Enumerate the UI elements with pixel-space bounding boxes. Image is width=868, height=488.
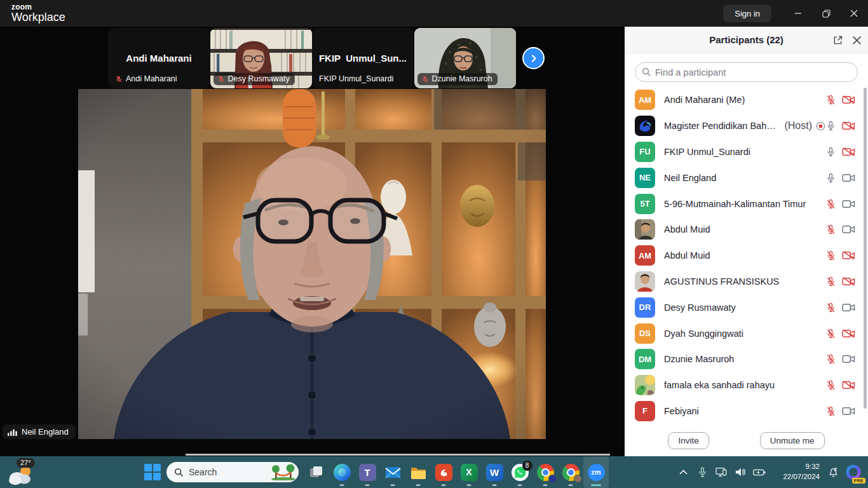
participant-name: Dyah Sunggingwati bbox=[664, 329, 743, 339]
participant-row[interactable]: Abdul Muid bbox=[625, 217, 868, 243]
chrome-profile-badge bbox=[574, 475, 582, 483]
participant-row[interactable]: Magister Pendidikan Bahasa In...(Host) bbox=[625, 113, 868, 139]
participant-row[interactable]: famala eka sanhadi rahayu bbox=[625, 372, 868, 398]
zoom-app-button[interactable]: zm bbox=[583, 456, 609, 488]
participant-row[interactable]: DMDzunie Masruroh bbox=[625, 346, 868, 372]
muted-mic-icon bbox=[825, 405, 836, 417]
tray-battery-button[interactable] bbox=[750, 456, 769, 488]
start-button[interactable] bbox=[144, 463, 161, 481]
tray-volume-button[interactable] bbox=[731, 456, 750, 488]
taskbar-weather-widget[interactable]: 27° bbox=[5, 458, 41, 487]
bing-daily-image bbox=[271, 464, 296, 480]
participant-row[interactable]: FUFKIP Unmul_Sunardi bbox=[625, 139, 868, 165]
muted-mic-icon bbox=[825, 94, 836, 105]
chrome-profile1-button[interactable] bbox=[532, 456, 558, 488]
close-window-button[interactable] bbox=[840, 0, 868, 27]
main-speaker-video[interactable] bbox=[78, 89, 546, 439]
chrome-icon bbox=[562, 464, 580, 481]
muted-mic-icon bbox=[825, 302, 836, 313]
next-participants-page-button[interactable] bbox=[522, 47, 545, 69]
active-speaker-name-tag: Neil England bbox=[3, 424, 76, 439]
word-button[interactable]: W bbox=[482, 456, 507, 488]
unmute-me-button[interactable]: Unmute me bbox=[760, 432, 825, 449]
clock-time: 9:32 bbox=[774, 462, 820, 472]
invite-button[interactable]: Invite bbox=[668, 432, 709, 449]
participant-initials-avatar: FU bbox=[635, 142, 655, 162]
chrome-profile2-button[interactable] bbox=[558, 456, 583, 488]
video-tile-desy-rusmawaty[interactable]: Desy Rusmawaty bbox=[210, 28, 312, 88]
participant-name: Desy Rusmawaty bbox=[664, 302, 736, 313]
video-off-icon bbox=[842, 380, 855, 390]
file-explorer-button[interactable] bbox=[405, 456, 431, 488]
participant-row[interactable]: 5T5-96-Mutmainah-Kalimantan Timur bbox=[625, 191, 868, 217]
teams-button[interactable]: T bbox=[355, 456, 380, 488]
tray-chevron-button[interactable] bbox=[674, 456, 693, 488]
task-view-button[interactable] bbox=[304, 456, 329, 488]
temperature-badge: 27° bbox=[17, 458, 35, 468]
participant-av-status bbox=[825, 198, 855, 210]
participant-initials-avatar: F bbox=[635, 401, 655, 421]
minimize-icon bbox=[794, 10, 802, 17]
mail-button[interactable] bbox=[380, 456, 405, 488]
video-off-icon bbox=[842, 329, 855, 339]
video-tile-dzunie-masruroh[interactable]: Dzunie Masruroh bbox=[414, 28, 516, 88]
excel-button[interactable]: X bbox=[456, 456, 482, 488]
edge-browser-button[interactable] bbox=[329, 456, 355, 488]
notification-bell-button[interactable] bbox=[824, 456, 843, 488]
participant-search-input[interactable] bbox=[655, 67, 851, 78]
nitro-pdf-button[interactable] bbox=[431, 456, 456, 488]
participants-footer: Invite Unmute me bbox=[625, 424, 868, 456]
whatsapp-button[interactable]: 8 bbox=[507, 456, 532, 488]
participant-row[interactable]: DSDyah Sunggingwati bbox=[625, 320, 868, 346]
participant-photo-avatar bbox=[635, 375, 655, 395]
participant-row[interactable]: AMAndi Maharani (Me) bbox=[625, 87, 868, 113]
participant-row[interactable]: FFebiyani bbox=[625, 398, 868, 424]
restore-button[interactable] bbox=[812, 0, 840, 27]
tile-name-tag: Desy Rusmawaty bbox=[214, 73, 295, 85]
tile-name-tag: Andi Maharani bbox=[111, 73, 182, 85]
participant-row[interactable]: NENeil England bbox=[625, 165, 868, 191]
participant-name: Dzunie Masruroh bbox=[664, 354, 734, 364]
famala-photo-avatar bbox=[635, 375, 655, 395]
participant-av-status bbox=[825, 146, 855, 158]
video-tile-fkip-unmul[interactable]: FKIP Unmul_Sun... FKIP Unmul_Sunardi bbox=[312, 28, 414, 88]
muted-mic-icon bbox=[217, 75, 225, 83]
participant-row[interactable]: DRDesy Rusmawaty bbox=[625, 294, 868, 320]
nitro-pdf-icon bbox=[435, 464, 452, 481]
participant-row[interactable]: AGUSTINUS FRANSISKUS bbox=[625, 269, 868, 295]
popout-panel-icon[interactable] bbox=[832, 35, 843, 46]
clock-date: 22/07/2024 bbox=[774, 472, 820, 482]
participant-row[interactable]: AMAbdul Muid bbox=[625, 243, 868, 269]
muted-mic-icon bbox=[421, 75, 429, 83]
zoom-app-icon: zm bbox=[588, 464, 605, 481]
participant-av-status bbox=[825, 405, 855, 417]
file-explorer-icon bbox=[410, 464, 427, 481]
participant-initials-avatar: 5T bbox=[635, 194, 655, 214]
taskbar-clock[interactable]: 9:32 22/07/2024 bbox=[774, 462, 820, 482]
search-icon bbox=[642, 67, 651, 77]
windows-taskbar: 27° Search bbox=[0, 456, 868, 488]
participant-name: AGUSTINUS FRANSISKUS bbox=[664, 276, 779, 287]
video-on-icon bbox=[842, 224, 855, 234]
panel-scrollbar[interactable] bbox=[864, 88, 867, 409]
participant-search-box[interactable] bbox=[635, 62, 858, 82]
muted-mic-icon bbox=[825, 328, 836, 339]
close-panel-icon[interactable] bbox=[852, 36, 862, 45]
sign-in-button[interactable]: Sign in bbox=[723, 4, 771, 22]
participant-initials-avatar: AM bbox=[635, 245, 655, 266]
muted-mic-icon bbox=[825, 224, 836, 235]
video-off-icon bbox=[842, 250, 855, 261]
tray-cast-button[interactable] bbox=[712, 456, 731, 488]
copilot-button[interactable]: PRE bbox=[843, 456, 864, 488]
video-tile-andi-maharani[interactable]: Andi Maharani Andi Maharani bbox=[108, 28, 210, 88]
system-tray: 9:32 22/07/2024 bbox=[674, 456, 868, 488]
task-view-icon bbox=[309, 464, 324, 480]
tray-microphone-button[interactable] bbox=[693, 456, 712, 488]
minimize-button[interactable] bbox=[784, 0, 812, 27]
battery-charging-icon bbox=[753, 468, 766, 477]
participant-name: Abdul Muid bbox=[664, 250, 710, 261]
taskbar-search-box[interactable]: Search bbox=[166, 462, 299, 482]
video-off-icon bbox=[842, 147, 855, 157]
video-on-icon bbox=[842, 406, 855, 416]
participant-photo-avatar bbox=[635, 116, 655, 136]
